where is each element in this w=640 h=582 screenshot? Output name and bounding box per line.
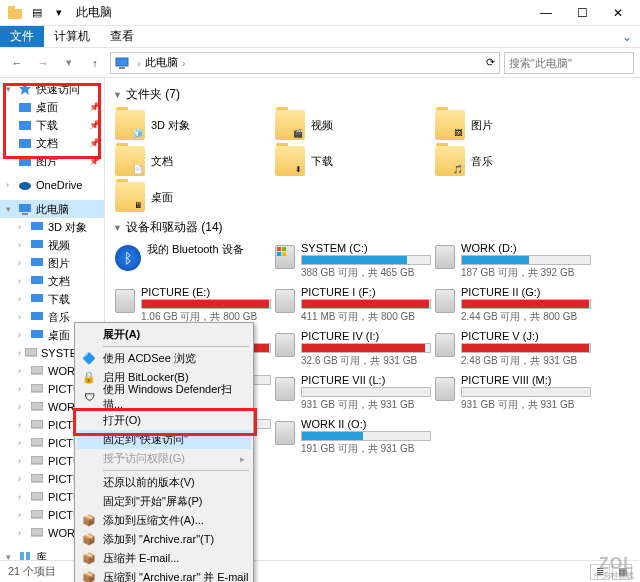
drive-name: PICTURE VII (L:) bbox=[301, 374, 431, 386]
qat-dropdown-icon[interactable]: ▾ bbox=[52, 6, 66, 20]
drive-capacity: 187 GB 可用，共 392 GB bbox=[461, 266, 591, 280]
context-menu-item[interactable]: 📦压缩到 "Archive.rar" 并 E-mail bbox=[77, 568, 251, 582]
context-menu-item[interactable]: 打开(O) bbox=[77, 411, 251, 430]
qat-properties-icon[interactable]: ▤ bbox=[30, 6, 44, 20]
drive-item[interactable]: PICTURE VII (L:)931 GB 可用，共 931 GB bbox=[273, 372, 433, 416]
sidebar-quick-item[interactable]: 图片📌 bbox=[0, 152, 104, 170]
tab-file[interactable]: 文件 bbox=[0, 26, 44, 47]
close-button[interactable]: ✕ bbox=[600, 0, 636, 26]
nav-up-button[interactable]: ↑ bbox=[84, 52, 106, 74]
pc-icon bbox=[18, 202, 32, 216]
drive-item[interactable]: WORK (D:)187 GB 可用，共 392 GB bbox=[433, 240, 593, 284]
sidebar-pc-item[interactable]: ›图片 bbox=[0, 254, 104, 272]
svg-rect-20 bbox=[31, 366, 43, 374]
svg-rect-8 bbox=[19, 157, 31, 166]
tab-computer[interactable]: 计算机 bbox=[44, 26, 100, 47]
context-menu-item[interactable]: 📦压缩并 E-mail... bbox=[77, 549, 251, 568]
menu-item-icon: 📦 bbox=[81, 513, 97, 529]
sidebar-this-pc[interactable]: ▾ 此电脑 bbox=[0, 200, 104, 218]
svg-rect-35 bbox=[282, 252, 286, 256]
drive-item[interactable]: PICTURE IV (I:)32.6 GB 可用，共 931 GB bbox=[273, 328, 433, 372]
drive-item[interactable]: PICTURE I (F:)411 MB 可用，共 800 GB bbox=[273, 284, 433, 328]
search-box[interactable] bbox=[504, 52, 634, 74]
folder-icon: 🖥 bbox=[115, 182, 145, 212]
nav-back-button[interactable]: ← bbox=[6, 52, 28, 74]
drive-icon bbox=[30, 400, 44, 414]
context-menu-item[interactable]: 📦添加到压缩文件(A)... bbox=[77, 511, 251, 530]
context-menu-item[interactable]: 📦添加到 "Archive.rar"(T) bbox=[77, 530, 251, 549]
sidebar-quick-item[interactable]: 桌面📌 bbox=[0, 98, 104, 116]
sidebar-pc-item[interactable]: ›下载 bbox=[0, 290, 104, 308]
breadcrumb-item[interactable]: 此电脑 bbox=[145, 55, 178, 70]
sidebar-onedrive[interactable]: › OneDrive bbox=[0, 176, 104, 194]
refresh-button[interactable]: ⟳ bbox=[486, 56, 495, 69]
drive-name: PICTURE (E:) bbox=[141, 286, 271, 298]
folder-item[interactable]: ⬇下载 bbox=[273, 143, 433, 179]
drive-capacity: 931 GB 可用，共 931 GB bbox=[461, 398, 591, 412]
context-menu-item[interactable]: 授予访问权限(G)▸ bbox=[77, 449, 251, 468]
drive-icon bbox=[435, 333, 455, 357]
nav-forward-button[interactable]: → bbox=[32, 52, 54, 74]
folder-icon: 📄 bbox=[115, 146, 145, 176]
folder-item[interactable]: 📄文档 bbox=[113, 143, 273, 179]
libraries-icon bbox=[18, 550, 32, 560]
ribbon-expand-icon[interactable]: ⌄ bbox=[614, 26, 640, 47]
menu-item-icon: 📦 bbox=[81, 532, 97, 548]
sidebar-quick-item[interactable]: 文档📌 bbox=[0, 134, 104, 152]
menu-separator bbox=[103, 346, 249, 347]
watermark: ZOL 中关村在线 bbox=[594, 556, 634, 580]
drive-item[interactable]: PICTURE V (J:)2.48 GB 可用，共 931 GB bbox=[433, 328, 593, 372]
minimize-button[interactable]: — bbox=[528, 0, 564, 26]
drive-icon bbox=[115, 289, 135, 313]
drive-item[interactable]: PICTURE II (G:)2.44 GB 可用，共 800 GB bbox=[433, 284, 593, 328]
context-menu-item[interactable]: 固定到"开始"屏幕(P) bbox=[77, 492, 251, 511]
menu-separator bbox=[103, 470, 249, 471]
menu-item-icon: 🔷 bbox=[81, 351, 97, 367]
folder-item[interactable]: 🧊3D 对象 bbox=[113, 107, 273, 143]
drive-item[interactable]: ᛒ我的 Bluetooth 设备 bbox=[113, 240, 273, 284]
usage-bar bbox=[301, 299, 431, 309]
folders-header[interactable]: ▼文件夹 (7) bbox=[113, 86, 632, 103]
context-menu-item[interactable]: 🔷使用 ACDSee 浏览 bbox=[77, 349, 251, 368]
folder-item[interactable]: 🎬视频 bbox=[273, 107, 433, 143]
usage-bar bbox=[461, 255, 591, 265]
search-input[interactable] bbox=[509, 57, 629, 69]
svg-rect-16 bbox=[31, 294, 43, 302]
folder-icon bbox=[30, 310, 44, 324]
drive-item[interactable]: WORK II (O:)191 GB 可用，共 931 GB bbox=[273, 416, 433, 460]
explorer-icon bbox=[8, 6, 22, 20]
drive-icon bbox=[275, 377, 295, 401]
context-menu-item[interactable]: 固定到"快速访问" bbox=[77, 430, 251, 449]
folder-item[interactable]: 🖼图片 bbox=[433, 107, 593, 143]
drives-header[interactable]: ▼设备和驱动器 (14) bbox=[113, 219, 632, 236]
drive-icon bbox=[275, 333, 295, 357]
drive-item[interactable]: SYSTEM (C:)388 GB 可用，共 465 GB bbox=[273, 240, 433, 284]
tab-view[interactable]: 查看 bbox=[100, 26, 144, 47]
drive-icon bbox=[30, 508, 44, 522]
svg-rect-11 bbox=[22, 213, 28, 215]
svg-rect-32 bbox=[277, 247, 281, 251]
svg-rect-15 bbox=[31, 276, 43, 284]
folder-icon bbox=[18, 118, 32, 132]
context-menu-item[interactable]: 🛡使用 Windows Defender扫描... bbox=[77, 387, 251, 406]
context-menu-item[interactable]: 还原以前的版本(V) bbox=[77, 473, 251, 492]
breadcrumb[interactable]: › 此电脑 › ⟳ bbox=[110, 52, 500, 74]
svg-rect-5 bbox=[19, 103, 31, 112]
folder-item[interactable]: 🖥桌面 bbox=[113, 179, 273, 215]
drive-icon bbox=[30, 382, 44, 396]
folder-item[interactable]: 🎵音乐 bbox=[433, 143, 593, 179]
drive-item[interactable]: PICTURE VIII (M:)931 GB 可用，共 931 GB bbox=[433, 372, 593, 416]
sidebar-quick-item[interactable]: 下载📌 bbox=[0, 116, 104, 134]
maximize-button[interactable]: ☐ bbox=[564, 0, 600, 26]
nav-recent-button[interactable]: ▾ bbox=[58, 52, 80, 74]
sidebar-pc-item[interactable]: ›文档 bbox=[0, 272, 104, 290]
svg-rect-21 bbox=[31, 384, 43, 392]
ribbon-tabs: 文件 计算机 查看 ⌄ bbox=[0, 26, 640, 48]
svg-rect-7 bbox=[19, 139, 31, 148]
sidebar-pc-item[interactable]: ›视频 bbox=[0, 236, 104, 254]
sidebar-pc-item[interactable]: ›3D 对象 bbox=[0, 218, 104, 236]
context-menu-item[interactable]: 展开(A) bbox=[77, 325, 251, 344]
pc-icon bbox=[115, 56, 129, 70]
folder-icon: 🖼 bbox=[435, 110, 465, 140]
sidebar-quick-access[interactable]: ▾ 快速访问 bbox=[0, 80, 104, 98]
